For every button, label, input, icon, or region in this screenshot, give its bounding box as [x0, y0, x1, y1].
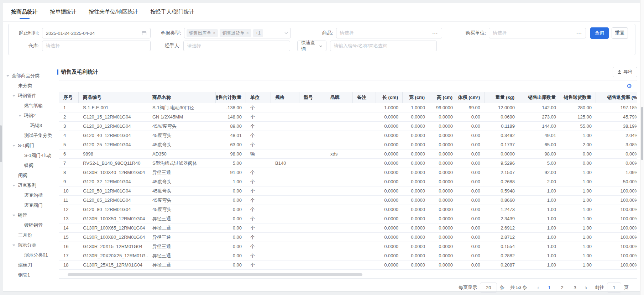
table-row-14[interactable]: 14G130R_100X65_12RM01G04异径三通0.00个0.00000…	[59, 223, 637, 233]
column-header-3[interactable]: 销售合计数量	[216, 92, 246, 103]
column-header-0[interactable]: 序号	[59, 92, 79, 103]
table-row-13[interactable]: 13G130R_100X50_12RM01G04异径三通0.00个0.00000…	[59, 214, 637, 223]
quick-search-select[interactable]: 快速查询	[297, 41, 326, 51]
date-range-input[interactable]: 2025-01-24 - 2025-04-24	[42, 28, 151, 38]
gear-icon[interactable]: ⚙	[627, 83, 632, 89]
export-button[interactable]: 导出	[613, 67, 637, 77]
search-button[interactable]: 查询	[590, 27, 609, 39]
tree-item-19[interactable]: 螺丝刀	[3, 260, 54, 270]
tree-item-9[interactable]: 蝶阀	[3, 160, 54, 170]
date-end-value[interactable]: 2025-04-24	[71, 31, 95, 36]
cell: 0.0000	[376, 214, 403, 223]
table-row-3[interactable]: 3G120_20_12RM01G0445////度弯头89.00个0.00000…	[59, 122, 637, 131]
horizontal-scrollbar[interactable]	[68, 273, 362, 276]
doc-type-tag-1[interactable]: 销售退货单×	[220, 29, 251, 37]
date-start-value[interactable]: 2025-01-24	[46, 31, 70, 36]
table-row-15[interactable]: 15G130R_100X80_12RM01G04异径三通0.00个0.00000…	[59, 233, 637, 242]
table-row-10[interactable]: 10G120_50_12RM01G0445度弯头0.00个0.00000.000…	[59, 186, 637, 196]
table-row-2[interactable]: 2G120_15_12RM01G04GN 1/2X45MM148.00个0.00…	[59, 112, 637, 122]
table-row-5[interactable]: 5G120_25_12RM01G0445度弯头63.00个0.00000.000…	[59, 140, 637, 149]
tree-item-13[interactable]: 迈克阀门	[3, 200, 54, 210]
per-page-input[interactable]: 20	[480, 283, 497, 293]
page-vertical-scrollbar[interactable]	[640, 0, 644, 295]
ellipsis-icon[interactable]: ···	[576, 31, 582, 36]
column-header-9[interactable]: 长 (cm)	[376, 92, 403, 103]
tab-2[interactable]: 按往来单位/地区统计	[89, 4, 138, 21]
page-number-1[interactable]: 1	[544, 285, 554, 290]
tree-item-5[interactable]: 玛钢3	[3, 121, 54, 131]
caret-down-icon[interactable]	[12, 145, 15, 147]
page-number-3[interactable]: 3	[570, 285, 580, 290]
column-header-6[interactable]: 型号	[299, 92, 326, 103]
tree-item-10[interactable]: 闸阀	[3, 170, 54, 180]
column-header-1[interactable]: 商品编号	[79, 92, 148, 103]
tree-item-20[interactable]: 钢管1	[3, 270, 54, 280]
reset-button[interactable]: 重置	[612, 27, 628, 39]
sidebar-scrollbar-thumb[interactable]	[0, 125, 2, 162]
tree-item-2[interactable]: 玛钢管件	[3, 91, 54, 101]
doc-type-more-tag[interactable]: +1	[253, 29, 263, 37]
table-row-7[interactable]: 7RVS2-1_B140_98CQ11R40S型沟槽式过滤器阀体5.00B140…	[59, 159, 637, 168]
column-header-14[interactable]: 销售出库数量	[519, 92, 560, 103]
table-row-16[interactable]: 16G130R_20X15_12RM01G04异径三通0.00个0.00000.…	[59, 242, 637, 251]
caret-down-icon[interactable]	[12, 215, 15, 216]
table-row-17[interactable]: 17G130R_20X20X25_12RM01G...异径三通0.00个0.00…	[59, 251, 637, 260]
column-header-13[interactable]: 重量 (kg)	[485, 92, 519, 103]
next-page-arrow[interactable]: ›	[581, 284, 591, 291]
caret-down-icon[interactable]	[12, 244, 15, 246]
caret-down-icon[interactable]	[12, 95, 15, 97]
column-header-8[interactable]: 备注	[353, 92, 376, 103]
column-header-2[interactable]: 商品名称	[148, 92, 216, 103]
keyword-search-input[interactable]: 请输入编号/名称/简名查询	[330, 41, 437, 51]
table-row-8[interactable]: 8G130R_100X40_12RM01G04异径三通91.00个0.00000…	[59, 168, 637, 177]
table-row-1[interactable]: 1S-1-F-E-001S-1阀门-电动30口径-138.00个1.00001.…	[59, 103, 637, 112]
table-row-12[interactable]: 12G120_80_12RM01G0445度弯头0.00个0.00000.000…	[59, 205, 637, 214]
column-header-12[interactable]: 体积 (cm³)	[457, 92, 485, 103]
product-select[interactable]: 请选择 ···	[336, 28, 442, 38]
tag-close-icon[interactable]: ×	[213, 31, 215, 36]
table-row-11[interactable]: 11G120_65_12RM01G0445度弯头0.00个0.00000.000…	[59, 196, 637, 205]
tree-item-7[interactable]: S-1阀门	[3, 141, 54, 151]
tree-item-17[interactable]: 演示分类	[3, 240, 54, 250]
goto-page-input[interactable]: 1	[607, 283, 621, 293]
vertical-scrollbar-thumb[interactable]	[641, 107, 643, 160]
column-header-10[interactable]: 宽 (cm)	[403, 92, 429, 103]
tab-3[interactable]: 按经手人/部门统计	[150, 4, 194, 21]
column-header-5[interactable]: 规格	[271, 92, 299, 103]
tab-0[interactable]: 按商品统计	[11, 4, 38, 21]
column-header-15[interactable]: 销售退货数量	[560, 92, 596, 103]
column-header-11[interactable]: 高 (cm)	[429, 92, 457, 103]
tree-item-1[interactable]: 未分类	[3, 81, 54, 91]
tree-item-0[interactable]: 全部商品分类	[3, 71, 54, 81]
tag-close-icon[interactable]: ×	[246, 31, 249, 36]
page-number-2[interactable]: 2	[557, 285, 567, 290]
caret-down-icon[interactable]	[12, 185, 15, 186]
tree-item-11[interactable]: 迈克系列	[3, 180, 54, 190]
table-row-6[interactable]: 69898AD35098.00辆xds0.00000.00000.00000.0…	[59, 149, 637, 159]
tree-item-14[interactable]: 钢管	[3, 210, 54, 220]
buyer-select[interactable]: 请选择 ···	[489, 28, 586, 38]
caret-down-icon[interactable]	[6, 75, 9, 77]
caret-down-icon[interactable]	[19, 115, 21, 117]
handler-select[interactable]: 请选择	[183, 41, 290, 51]
doc-type-select[interactable]: 销售出库单×销售退货单× +1	[184, 28, 291, 38]
column-header-16[interactable]: 销售退货率 (%)	[596, 92, 637, 103]
tree-item-8[interactable]: S-1阀门-电动	[3, 151, 54, 160]
tree-item-3[interactable]: 燃气纸箱	[3, 101, 54, 111]
tree-item-4[interactable]: 玛钢2	[3, 111, 54, 121]
tree-item-15[interactable]: 镀锌钢管	[3, 220, 54, 230]
prev-page-arrow[interactable]: ‹	[534, 284, 543, 291]
doc-type-tag-0[interactable]: 销售出库单×	[187, 29, 218, 37]
tree-item-16[interactable]: 三月份	[3, 230, 54, 240]
tree-item-18[interactable]: 演示分类01	[3, 250, 54, 260]
table-row-9[interactable]: 9G120_32_12RM01G0445度弯头1.00个0.00000.0000…	[59, 177, 637, 186]
tab-1[interactable]: 按单据统计	[50, 4, 77, 21]
column-header-7[interactable]: 品牌	[326, 92, 353, 103]
tree-item-6[interactable]: 测试子集分类	[3, 131, 54, 141]
column-header-4[interactable]: 单位	[246, 92, 271, 103]
ellipsis-icon[interactable]: ···	[433, 31, 438, 36]
table-row-4[interactable]: 4G120_40_12RM01G0445度弯头48.01个0.00000.000…	[59, 131, 637, 140]
tree-item-12[interactable]: 迈克沟槽	[3, 190, 54, 200]
warehouse-select[interactable]: 请选择	[42, 41, 151, 51]
table-row-18[interactable]: 18G130R_25X15_12RM01G04异径三通0.00个0.00000.…	[59, 260, 637, 270]
